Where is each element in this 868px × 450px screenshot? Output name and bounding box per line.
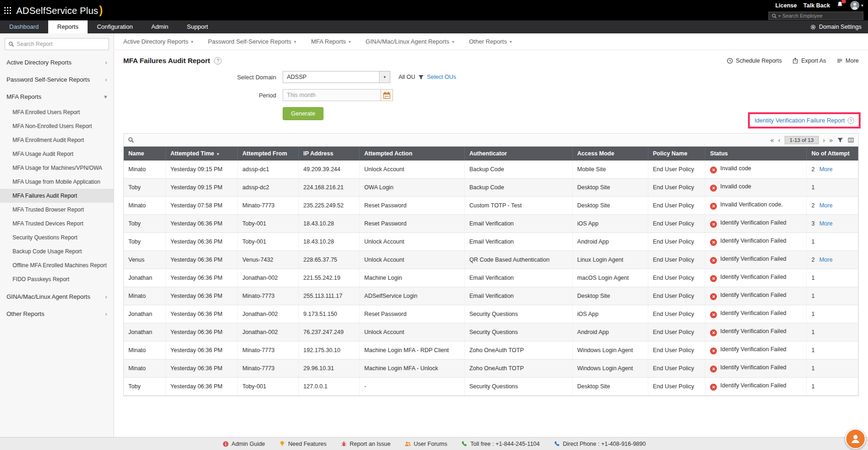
sidebar-item-backup-code-usage-report[interactable]: Backup Code Usage Report xyxy=(0,244,114,258)
tab-admin[interactable]: Admin xyxy=(142,20,177,33)
cell-no-of-attempt: 1 xyxy=(807,323,858,341)
admin-guide-link[interactable]: Admin Guide xyxy=(222,441,265,447)
schedule-reports-button[interactable]: Schedule Reports xyxy=(727,58,782,64)
identity-verification-failure-report-link[interactable]: Identity Verification Failure Report xyxy=(754,117,845,124)
sidebar-item-mfa-trusted-devices-report[interactable]: MFA Trusted Devices Report xyxy=(0,217,114,231)
sidebar-item-security-questions-report[interactable]: Security Questions Report xyxy=(0,231,114,244)
domain-select[interactable]: ADSSP ▾ xyxy=(283,71,390,83)
column-header-ip-address[interactable]: IP Address xyxy=(298,147,360,161)
column-header-policy-name[interactable]: Policy Name xyxy=(648,147,705,161)
sidebar-group-active-directory-reports[interactable]: Active Directory Reports› xyxy=(0,54,114,71)
pagination-last-button[interactable]: » xyxy=(829,137,833,143)
more-link[interactable]: More xyxy=(819,257,832,263)
ou-filter-icon[interactable] xyxy=(418,74,424,80)
report-search[interactable] xyxy=(5,38,109,50)
tab-configuration[interactable]: Configuration xyxy=(88,20,142,33)
menu-password-self-service-reports[interactable]: Password Self-Service Reports▾ xyxy=(208,38,296,45)
column-header-status[interactable]: Status xyxy=(705,147,807,161)
pagination-first-button[interactable]: « xyxy=(770,137,774,143)
support-chat-button[interactable] xyxy=(845,429,866,449)
domain-settings-button[interactable]: Domain Settings xyxy=(804,20,868,33)
filter-icon[interactable] xyxy=(837,137,843,143)
column-header-attempted-time[interactable]: Attempted Time▾ xyxy=(165,147,237,161)
notifications-button[interactable] xyxy=(836,1,843,10)
period-input[interactable] xyxy=(283,89,381,101)
sidebar-item-mfa-trusted-browser-report[interactable]: MFA Trusted Browser Report xyxy=(0,203,114,217)
toll-free-1-844-245-1104-link[interactable]: Toll free : +1-844-245-1104 xyxy=(461,441,540,447)
sidebar-group-other-reports[interactable]: Other Reports› xyxy=(0,305,114,322)
column-header-no-of-attempt[interactable]: No of Attempt xyxy=(807,147,858,161)
topbar: ADSelfService Plus License Talk Back ▾ ▾ xyxy=(0,0,868,20)
error-icon: × xyxy=(710,366,717,373)
select-domain-label: Select Domain xyxy=(225,74,276,81)
user-menu-button[interactable]: ▾ xyxy=(850,0,863,10)
sidebar-item-mfa-usage-for-machines-vpn-owa[interactable]: MFA Usage for Machines/VPN/OWA xyxy=(0,161,114,175)
select-ous-link[interactable]: Select OUs xyxy=(427,74,456,80)
sidebar-item-mfa-usage-audit-report[interactable]: MFA Usage Audit Report xyxy=(0,147,114,161)
direct-phone-1-408-916-9890-link[interactable]: Direct Phone : +1-408-916-9890 xyxy=(554,441,646,447)
pagination-prev-button[interactable]: ‹ xyxy=(778,137,780,143)
help-icon[interactable]: ? xyxy=(214,57,222,64)
sidebar-item-mfa-usage-from-mobile-application[interactable]: MFA Usage from Mobile Application xyxy=(0,175,114,189)
menu-other-reports[interactable]: Other Reports▾ xyxy=(469,38,512,45)
more-button[interactable]: More xyxy=(836,58,859,64)
menu-mfa-reports[interactable]: MFA Reports▾ xyxy=(311,38,351,45)
license-link[interactable]: License xyxy=(775,2,797,9)
sidebar-item-mfa-failures-audit-report[interactable]: MFA Failures Audit Report xyxy=(0,189,114,203)
sidebar-group-gina-mac-linux-agent-reports[interactable]: GINA/Mac/Linux Agent Reports› xyxy=(0,288,114,305)
talkback-link[interactable]: Talk Back xyxy=(804,2,830,9)
export-as-button[interactable]: Export As xyxy=(792,58,826,64)
cell-attempted-time: Yesterday 07:58 PM xyxy=(165,197,237,215)
menu-gina-mac-linux-agent-reports[interactable]: GINA/Mac/Linux Agent Reports▾ xyxy=(366,38,454,45)
column-chooser-icon[interactable] xyxy=(848,137,854,143)
cell-attempted-action: Machine Login MFA - RDP Client xyxy=(360,341,465,360)
cell-no-of-attempt: 1 xyxy=(807,341,858,360)
calendar-icon[interactable] xyxy=(381,89,393,101)
more-link[interactable]: More xyxy=(819,202,832,209)
sidebar-item-mfa-non-enrolled-users-report[interactable]: MFA Non-Enrolled Users Report xyxy=(0,119,114,133)
cell-access-mode: macOS Login Agent xyxy=(572,269,648,287)
menu-active-directory-reports[interactable]: Active Directory Reports▾ xyxy=(123,38,193,45)
report-search-input[interactable] xyxy=(17,41,105,47)
tab-support[interactable]: Support xyxy=(177,20,217,33)
sort-desc-icon[interactable]: ▾ xyxy=(217,152,219,156)
app-grid-icon[interactable] xyxy=(4,6,12,14)
chevron-right-icon: › xyxy=(105,76,107,83)
sidebar-item-offline-mfa-enrolled-machines-report[interactable]: Offline MFA Enrolled Machines Report xyxy=(0,258,114,272)
tab-dashboard[interactable]: Dashboard xyxy=(0,20,48,33)
column-header-authenticator[interactable]: Authenticator xyxy=(464,147,572,161)
report-an-issue-link[interactable]: Report an Issue xyxy=(341,441,391,447)
column-header-attempted-from[interactable]: Attempted From xyxy=(238,147,299,161)
error-icon: × xyxy=(710,329,717,336)
need-features-link[interactable]: Need Features xyxy=(279,441,327,447)
help-icon[interactable]: ? xyxy=(848,117,854,124)
pagination-next-button[interactable]: › xyxy=(823,137,825,143)
employee-search-input[interactable] xyxy=(782,13,860,19)
chevron-down-icon: ▾ xyxy=(379,71,390,83)
cell-policy-name: End User Policy xyxy=(648,233,705,251)
cell-attempted-time: Yesterday 09:15 PM xyxy=(165,179,237,197)
sidebar-group-password-self-service-reports[interactable]: Password Self-Service Reports› xyxy=(0,71,114,88)
sidebar-item-mfa-enrollment-audit-report[interactable]: MFA Enrollment Audit Report xyxy=(0,133,114,147)
cell-policy-name: End User Policy xyxy=(648,305,705,323)
employee-search[interactable]: ▾ xyxy=(768,12,863,20)
more-link[interactable]: More xyxy=(819,220,832,227)
cell-authenticator: Zoho OneAuth TOTP xyxy=(464,341,572,360)
user-forums-link[interactable]: User Forums xyxy=(405,441,447,447)
more-link[interactable]: More xyxy=(819,166,832,173)
error-icon: × xyxy=(710,185,717,192)
cell-policy-name: End User Policy xyxy=(648,287,705,305)
sidebar-item-fido-passkeys-report[interactable]: FIDO Passkeys Report xyxy=(0,272,114,286)
sidebar-group-mfa-reports[interactable]: MFA Reports▾ xyxy=(0,88,114,105)
table-row: MinatoYesterday 09:15 PMadssp-dc149.209.… xyxy=(124,161,858,179)
tab-reports[interactable]: Reports xyxy=(48,20,88,33)
sidebar-item-mfa-enrolled-users-report[interactable]: MFA Enrolled Users Report xyxy=(0,105,114,119)
column-header-attempted-action[interactable]: Attempted Action xyxy=(360,147,465,161)
phone-icon xyxy=(554,441,560,447)
column-header-name[interactable]: Name xyxy=(124,147,165,161)
info-icon xyxy=(222,441,229,447)
table-search-icon[interactable] xyxy=(128,137,134,143)
chat-person-icon xyxy=(850,433,861,444)
all-ou-label: All OU xyxy=(399,74,415,80)
column-header-access-mode[interactable]: Access Mode xyxy=(572,147,648,161)
